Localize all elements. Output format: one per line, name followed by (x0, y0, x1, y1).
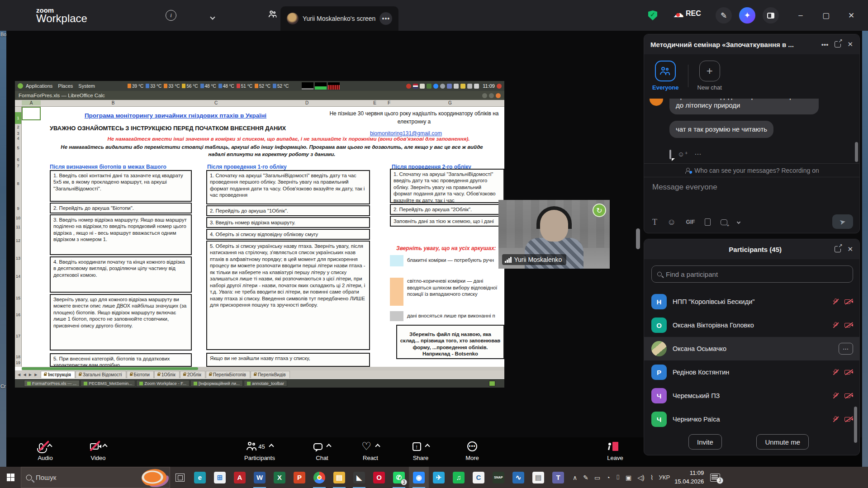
row-header[interactable]: 8 (15, 181, 21, 186)
participants-close-icon[interactable]: ✕ (847, 245, 853, 253)
notifications-button[interactable]: 3 (710, 474, 720, 482)
taskbar-app-teams[interactable]: T (548, 467, 568, 488)
video-off-icon[interactable] (844, 369, 853, 375)
row-headers[interactable]: 12345678910111213141516171819 (15, 107, 22, 367)
chevron-up-icon[interactable] (269, 444, 274, 449)
chevron-up-icon[interactable] (375, 444, 380, 449)
meeting-info-icon[interactable]: i (166, 10, 176, 21)
taskbar-app-msi[interactable]: ◣ (349, 467, 369, 488)
control-audio[interactable]: Audio (26, 441, 64, 461)
taskbar-app-notepad[interactable]: ▤ (528, 467, 548, 488)
row-header[interactable]: 3 (15, 131, 21, 136)
mic-off-icon[interactable] (833, 392, 839, 400)
chat-close-icon[interactable]: ✕ (847, 40, 853, 48)
sheet-tab-Загальні Відомості[interactable]: Загальні Відомості (76, 371, 126, 378)
side-panel-toggle-button[interactable] (763, 7, 779, 24)
sheet-tab-Інструкція[interactable]: Інструкція (41, 371, 75, 378)
chat-popout-icon[interactable] (835, 41, 841, 47)
send-button[interactable]: ➤ (832, 214, 853, 229)
row-header[interactable]: 12 (15, 238, 21, 243)
ai-companion-button[interactable]: ✦ (739, 7, 755, 24)
close-button[interactable]: ✕ (842, 11, 860, 20)
video-off-icon[interactable] (844, 322, 853, 328)
format-text-icon[interactable]: T (652, 218, 657, 227)
taskbar-app-word[interactable]: W (250, 467, 270, 488)
taskbar-app-file-explorer[interactable]: ▤ (329, 467, 349, 488)
row-header[interactable]: 7 (15, 164, 21, 168)
chat-more-icon[interactable]: ••• (821, 41, 829, 48)
taskbar-app-excel[interactable]: X (270, 467, 289, 488)
row-header[interactable]: 18 (15, 355, 21, 359)
screenshot-icon[interactable] (721, 219, 727, 225)
taskbar-app-chrome[interactable] (309, 467, 329, 488)
taskbar-search-input[interactable]: Пошук (21, 467, 170, 488)
participant-row[interactable]: РРедінов Костянтин (644, 360, 860, 384)
mic-off-icon[interactable] (833, 369, 839, 376)
participant-search-input[interactable]: Find a participant (651, 265, 853, 283)
sheet-tab-ПерелікВидів[interactable]: ПерелікВидів (251, 371, 290, 378)
unmute-me-button[interactable]: Unmute me (756, 434, 809, 450)
linux-window-button[interactable]: FormaForPres.xls — ... (24, 380, 80, 387)
column-header[interactable]: E (367, 100, 382, 105)
row-header[interactable]: 17 (15, 334, 21, 338)
lo-close-icon[interactable] (496, 93, 501, 98)
participant-row[interactable]: ННПП "Королівські Бескиди" (644, 290, 860, 313)
row-header[interactable]: 16 (15, 313, 21, 317)
selected-cell-a1[interactable] (22, 107, 41, 120)
row-header[interactable]: 2 (15, 125, 21, 129)
participant-row[interactable]: ЧЧерничко Раїса (644, 407, 860, 431)
lo-maximize-icon[interactable] (489, 93, 494, 98)
meeting-info-chevron-icon[interactable] (211, 13, 214, 21)
horizontal-scrollbar[interactable] (22, 367, 504, 370)
headset-icon[interactable]: ◔ (606, 474, 610, 481)
taskbar-app-edge[interactable]: e (190, 467, 210, 488)
sheet-tab-Біотопи[interactable]: Біотопи (127, 371, 154, 378)
column-header[interactable]: G (396, 100, 504, 105)
cherry-tray-icon[interactable] (406, 84, 411, 89)
workspace-switcher-icon[interactable] (489, 381, 495, 386)
language-indicator[interactable]: УКР (659, 474, 670, 481)
chat-messages-area[interactable]: щоб ви могли додати отримані матеріали д… (644, 99, 860, 163)
linux-menu-item[interactable]: Applications (26, 83, 52, 89)
taskbar-app-powerpoint[interactable]: P (289, 467, 309, 488)
privacy-row[interactable]: Who can see your messages? Recording on (644, 163, 860, 177)
linux-window-button[interactable]: [Інформаційний ли... (190, 380, 243, 387)
row-header[interactable]: 6 (15, 157, 21, 162)
linux-window-button[interactable]: annotate_toolbar (244, 380, 287, 387)
chat-message-bubble[interactable]: чат я так розумію не читають (669, 121, 773, 138)
chevron-up-icon[interactable] (425, 444, 430, 449)
minimize-button[interactable]: – (792, 11, 810, 20)
control-more[interactable]: •••More (453, 441, 491, 461)
taskbar-app-ms-store[interactable]: ⊞ (210, 467, 230, 488)
start-button[interactable] (0, 467, 21, 488)
row-header[interactable]: 15 (15, 296, 21, 300)
participants-scrollbar[interactable] (854, 407, 857, 443)
linux-window-button[interactable]: PECBMS_MetSemin... (81, 380, 135, 387)
participants-popout-icon[interactable] (835, 246, 841, 252)
taskbar-app-spotify[interactable]: ♫ (449, 467, 469, 488)
video-off-icon[interactable] (844, 298, 853, 305)
column-header[interactable]: A (22, 100, 41, 105)
message-input[interactable]: Message everyone (652, 183, 717, 192)
maximize-button[interactable]: ▢ (817, 11, 835, 20)
chevron-up-icon[interactable] (47, 444, 52, 449)
mic-off-icon[interactable] (833, 322, 839, 329)
display-tray-icon[interactable] (467, 84, 472, 89)
zoom-tray-icon[interactable] (433, 84, 438, 89)
row-header[interactable]: 13 (15, 256, 21, 261)
row-header[interactable]: 11 (15, 225, 21, 229)
column-headers[interactable]: ABCDEFG (15, 100, 504, 107)
shutdown-icon[interactable] (497, 84, 502, 89)
row-header[interactable]: 4 (15, 136, 21, 141)
tablet-icon[interactable]: ▭ (594, 474, 600, 481)
add-reaction-icon[interactable]: ☺⁺ (678, 150, 688, 158)
network-icon[interactable]: ⌇ (650, 474, 654, 481)
us-flag-icon[interactable] (413, 84, 418, 89)
sheet-tab-2Облік[interactable]: 2Облік (180, 371, 205, 378)
security-shield-icon[interactable]: ✓ (648, 10, 657, 20)
panel-resize-handle[interactable] (636, 228, 640, 249)
participants-list[interactable]: ННПП "Королівські Бескиди"ООксана Віктор… (644, 290, 860, 434)
volume-icon[interactable]: ◁) (637, 474, 644, 481)
bluetooth-icon[interactable] (447, 84, 452, 89)
sheet-title-link[interactable]: Програма моніторингу звичайних гніздових… (49, 112, 302, 119)
